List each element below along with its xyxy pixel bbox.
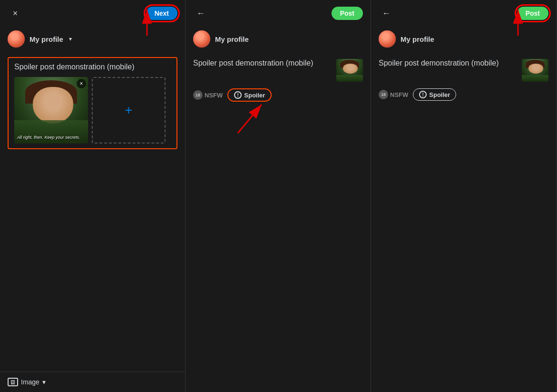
nsfw-circle-2: 18 — [193, 90, 203, 100]
post-preview-3: Spoiler post demonstration (mobile) 18 N… — [371, 51, 556, 108]
header-left-3: ← — [379, 6, 394, 21]
post-preview-2: Spoiler post demonstration (mobile) 18 N… — [186, 51, 371, 109]
avatar-1 — [8, 30, 25, 48]
image-type-label: Image — [21, 378, 39, 386]
profile-row-1[interactable]: My profile ▾ — [0, 27, 185, 51]
panel-2: ← Post My profile Spoiler post demonstra… — [186, 0, 371, 392]
post-thumb-image-3 — [522, 59, 548, 82]
post-button-3[interactable]: Post — [517, 7, 548, 20]
next-button[interactable]: Next — [146, 7, 177, 20]
profile-row-3[interactable]: My profile — [371, 27, 556, 51]
add-image-button[interactable]: + — [92, 77, 166, 143]
tags-row-2: 18 NSFW ! Spoiler — [193, 88, 363, 102]
post-title-input[interactable] — [14, 63, 171, 71]
profile-name-2: My profile — [215, 35, 249, 43]
spoiler-icon-3: ! — [419, 91, 427, 98]
spoiler-label-3: Spoiler — [429, 91, 450, 98]
back-button-2[interactable]: ← — [193, 6, 208, 21]
frodo-caption: All right, then. Keep your secrets. — [17, 135, 85, 140]
avatar-img-1 — [8, 30, 25, 48]
image-type-chevron: ▾ — [42, 378, 46, 386]
panel-3: ← Post My profile Spoiler post demonstra… — [371, 0, 557, 392]
spoiler-badge-3[interactable]: ! Spoiler — [413, 88, 456, 101]
content-area-1: All right, then. Keep your secrets. × + — [0, 51, 185, 372]
nsfw-badge-3[interactable]: 18 NSFW — [379, 90, 408, 99]
nsfw-badge-2[interactable]: 18 NSFW — [193, 90, 223, 100]
plus-icon: + — [125, 103, 132, 118]
nsfw-label-2: NSFW — [205, 92, 223, 99]
image-icon: 🖼 — [8, 378, 18, 386]
post-header-row-2: Spoiler post demonstration (mobile) — [193, 59, 363, 82]
avatar-3 — [379, 30, 396, 48]
header-left: × — [8, 6, 23, 21]
nsfw-label-3: NSFW — [390, 91, 408, 98]
tags-row-3: 18 NSFW ! Spoiler — [379, 88, 548, 101]
post-title-2: Spoiler post demonstration (mobile) — [193, 59, 332, 67]
panel-2-header: ← Post — [186, 0, 371, 27]
back-button-3[interactable]: ← — [379, 6, 394, 21]
panel-1: × Next My profile ▾ — [0, 0, 186, 392]
image-type-button[interactable]: 🖼 Image ▾ — [8, 378, 46, 386]
spoiler-icon-2: ! — [234, 91, 242, 99]
nsfw-circle-3: 18 — [379, 90, 388, 99]
avatar-img-3 — [379, 30, 396, 48]
avatar-img-2 — [193, 30, 210, 48]
spoiler-badge-2[interactable]: ! Spoiler — [227, 88, 272, 102]
post-title-3: Spoiler post demonstration (mobile) — [379, 59, 518, 67]
uploaded-image: All right, then. Keep your secrets. × — [14, 77, 88, 143]
profile-name-1: My profile — [29, 35, 63, 43]
header-left-2: ← — [193, 6, 208, 21]
panel-1-header: × Next — [0, 0, 185, 27]
profile-name-3: My profile — [401, 35, 434, 43]
frodo-face — [33, 87, 73, 124]
frodo-image — [14, 77, 88, 143]
post-thumbnail-3 — [522, 59, 548, 82]
avatar-2 — [193, 30, 210, 48]
post-title-section[interactable]: All right, then. Keep your secrets. × + — [8, 57, 177, 149]
remove-image-button[interactable]: × — [77, 79, 86, 88]
close-button[interactable]: × — [8, 6, 23, 21]
chevron-down-icon-1: ▾ — [69, 36, 72, 42]
post-header-row-3: Spoiler post demonstration (mobile) — [379, 59, 548, 82]
post-button-2[interactable]: Post — [332, 7, 363, 20]
image-upload-area: All right, then. Keep your secrets. × + — [14, 77, 171, 143]
panel-3-header: ← Post — [371, 0, 556, 27]
panel-1-footer: 🖼 Image ▾ — [0, 372, 185, 392]
post-thumbnail-2 — [336, 59, 363, 82]
post-thumb-image-2 — [336, 59, 363, 82]
profile-row-2[interactable]: My profile — [186, 27, 371, 51]
spoiler-label-2: Spoiler — [244, 92, 265, 99]
